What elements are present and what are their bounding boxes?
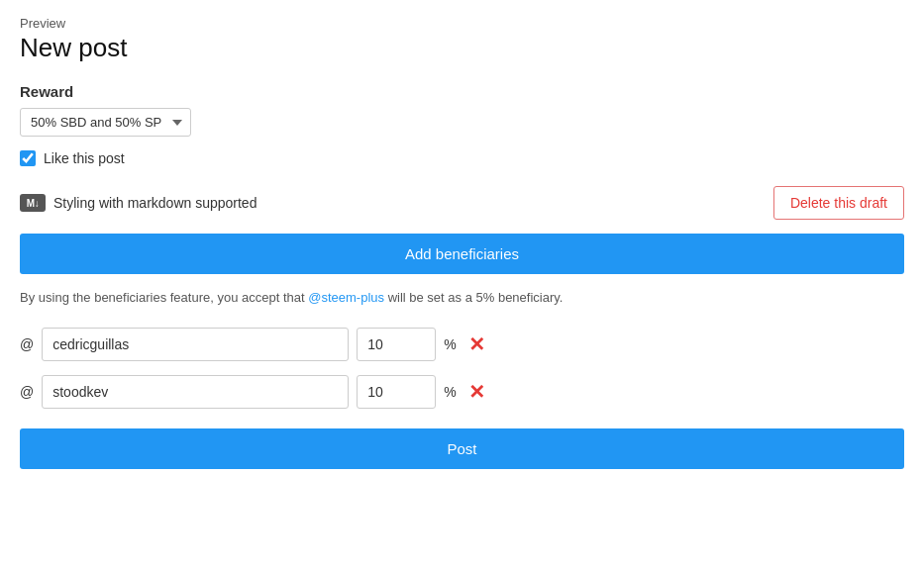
delete-draft-button[interactable]: Delete this draft xyxy=(773,186,904,220)
pct-symbol-2: % xyxy=(444,384,456,400)
add-beneficiaries-button[interactable]: Add beneficiaries xyxy=(20,234,904,274)
post-button[interactable]: Post xyxy=(20,428,904,469)
like-post-checkbox[interactable] xyxy=(20,150,36,166)
reward-select[interactable]: 50% SBD and 50% SP100% Steem PowerDeclin… xyxy=(20,108,191,137)
remove-beneficiary-2-button[interactable]: ✕ xyxy=(464,378,489,406)
markdown-icon: M↓ xyxy=(20,194,46,212)
remove-icon-2: ✕ xyxy=(468,382,485,402)
beneficiary-row-1: @ % ✕ xyxy=(20,328,904,361)
beneficiary-pct-input-1[interactable] xyxy=(357,328,436,361)
page-title: New post xyxy=(20,33,904,63)
reward-label: Reward xyxy=(20,83,904,100)
remove-icon-1: ✕ xyxy=(468,334,485,354)
at-symbol-2: @ xyxy=(20,384,34,400)
pct-symbol-1: % xyxy=(444,336,456,352)
beneficiary-notice: By using the beneficiaries feature, you … xyxy=(20,288,904,308)
preview-label: Preview xyxy=(20,16,904,31)
beneficiary-name-input-1[interactable] xyxy=(42,328,349,361)
beneficiary-pct-input-2[interactable] xyxy=(357,375,436,409)
beneficiary-row-2: @ % ✕ xyxy=(20,375,904,409)
beneficiary-name-input-2[interactable] xyxy=(42,375,349,409)
like-post-label: Like this post xyxy=(44,150,125,166)
at-symbol-1: @ xyxy=(20,336,34,352)
remove-beneficiary-1-button[interactable]: ✕ xyxy=(464,331,489,358)
markdown-text: Styling with markdown supported xyxy=(53,195,257,211)
